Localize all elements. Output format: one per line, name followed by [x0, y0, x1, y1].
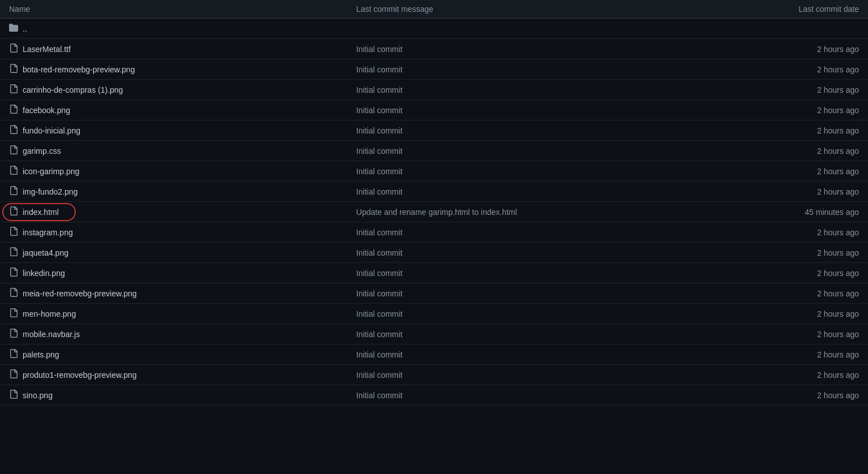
- file-link[interactable]: garimp.css: [23, 146, 61, 156]
- file-name-cell: garimp.css: [0, 141, 347, 161]
- table-row: men-home.png Initial commit 2 hours ago: [0, 304, 868, 324]
- file-name-cell: instagram.png: [0, 222, 347, 243]
- table-row: img-fundo2.png Initial commit 2 hours ag…: [0, 182, 868, 202]
- file-name-cell: jaqueta4.png: [0, 243, 347, 263]
- parent-dir-link[interactable]: ..: [23, 24, 27, 33]
- commit-date: 2 hours ago: [694, 344, 868, 365]
- file-icon: [9, 186, 18, 197]
- file-icon: [9, 206, 18, 217]
- file-icon: [9, 308, 18, 319]
- commit-date: 2 hours ago: [694, 283, 868, 304]
- commit-date: 2 hours ago: [694, 182, 868, 202]
- file-link[interactable]: instagram.png: [23, 228, 73, 237]
- commit-date: 2 hours ago: [694, 59, 868, 80]
- file-link[interactable]: mobile.navbar.js: [23, 330, 80, 339]
- commit-date: 45 minutes ago: [694, 202, 868, 222]
- file-name-cell: icon-garimp.png: [0, 161, 347, 182]
- commit-message: Initial commit: [347, 100, 695, 120]
- file-icon: [9, 125, 18, 136]
- commit-message: Initial commit: [347, 263, 695, 283]
- table-header-row: Name Last commit message Last commit dat…: [0, 0, 868, 19]
- file-link[interactable]: fundo-inicial.png: [23, 126, 80, 135]
- table-row: carrinho-de-compras (1).png Initial comm…: [0, 80, 868, 100]
- commit-message: Initial commit: [347, 344, 695, 365]
- table-row: linkedin.png Initial commit 2 hours ago: [0, 263, 868, 283]
- file-link[interactable]: index.html: [23, 208, 59, 217]
- file-icon: [9, 329, 18, 339]
- table-row: instagram.png Initial commit 2 hours ago: [0, 222, 868, 243]
- file-name-cell: index.html: [0, 202, 347, 222]
- commit-date: 2 hours ago: [694, 365, 868, 385]
- table-row: sino.png Initial commit 2 hours ago: [0, 385, 868, 406]
- file-name-cell: carrinho-de-compras (1).png: [0, 80, 347, 100]
- file-link[interactable]: jaqueta4.png: [23, 248, 68, 257]
- file-icon: [9, 247, 18, 258]
- commit-message: Initial commit: [347, 59, 695, 80]
- commit-message: Initial commit: [347, 182, 695, 202]
- column-name: Name: [0, 0, 347, 19]
- commit-date: 2 hours ago: [694, 80, 868, 100]
- file-icon: [9, 64, 18, 75]
- commit-message: Initial commit: [347, 80, 695, 100]
- table-row: jaqueta4.png Initial commit 2 hours ago: [0, 243, 868, 263]
- file-link[interactable]: img-fundo2.png: [23, 187, 78, 196]
- file-name-cell: meia-red-removebg-preview.png: [0, 283, 347, 304]
- file-name-cell: linkedin.png: [0, 263, 347, 283]
- file-icon: [9, 166, 18, 176]
- parent-dir-cell: ..: [0, 19, 868, 39]
- commit-date: 2 hours ago: [694, 324, 868, 344]
- file-name-cell: bota-red-removebg-preview.png: [0, 59, 347, 80]
- table-row: garimp.css Initial commit 2 hours ago: [0, 141, 868, 161]
- commit-date: 2 hours ago: [694, 243, 868, 263]
- column-commit-message: Last commit message: [347, 0, 695, 19]
- file-icon: [9, 369, 18, 380]
- file-icon: [9, 288, 18, 299]
- commit-message: Initial commit: [347, 39, 695, 59]
- commit-date: 2 hours ago: [694, 385, 868, 406]
- file-icon: [9, 390, 18, 400]
- file-icon: [9, 349, 18, 360]
- file-link[interactable]: bota-red-removebg-preview.png: [23, 65, 135, 74]
- commit-date: 2 hours ago: [694, 100, 868, 120]
- commit-date: 2 hours ago: [694, 141, 868, 161]
- commit-message: Initial commit: [347, 283, 695, 304]
- file-link[interactable]: meia-red-removebg-preview.png: [23, 289, 137, 298]
- file-link[interactable]: carrinho-de-compras (1).png: [23, 85, 123, 94]
- commit-message: Initial commit: [347, 304, 695, 324]
- table-row: produto1-removebg-preview.png Initial co…: [0, 365, 868, 385]
- file-link[interactable]: facebook.png: [23, 106, 70, 115]
- table-row: mobile.navbar.js Initial commit 2 hours …: [0, 324, 868, 344]
- commit-message: Initial commit: [347, 365, 695, 385]
- column-commit-date: Last commit date: [694, 0, 868, 19]
- commit-message: Initial commit: [347, 222, 695, 243]
- commit-date: 2 hours ago: [694, 120, 868, 141]
- file-name-cell: mobile.navbar.js: [0, 324, 347, 344]
- file-name-cell: produto1-removebg-preview.png: [0, 365, 347, 385]
- table-row: palets.png Initial commit 2 hours ago: [0, 344, 868, 365]
- file-icon: [9, 84, 18, 95]
- commit-message: Initial commit: [347, 324, 695, 344]
- table-row: fundo-inicial.png Initial commit 2 hours…: [0, 120, 868, 141]
- commit-message: Update and rename garimp.html to index.h…: [347, 202, 695, 222]
- file-link[interactable]: sino.png: [23, 391, 53, 400]
- file-link[interactable]: produto1-removebg-preview.png: [23, 370, 137, 380]
- file-link[interactable]: linkedin.png: [23, 269, 65, 278]
- file-icon: [9, 268, 18, 278]
- file-name-cell: LaserMetal.ttf: [0, 39, 347, 59]
- commit-date: 2 hours ago: [694, 39, 868, 59]
- table-row: icon-garimp.png Initial commit 2 hours a…: [0, 161, 868, 182]
- commit-message: Initial commit: [347, 385, 695, 406]
- file-link[interactable]: LaserMetal.ttf: [23, 45, 71, 54]
- folder-icon: [9, 23, 18, 34]
- commit-message: Initial commit: [347, 141, 695, 161]
- file-name-cell: palets.png: [0, 344, 347, 365]
- parent-dir-row: ..: [0, 19, 868, 39]
- file-list-table: Name Last commit message Last commit dat…: [0, 0, 868, 406]
- file-icon: [9, 227, 18, 238]
- commit-date: 2 hours ago: [694, 263, 868, 283]
- file-link[interactable]: icon-garimp.png: [23, 167, 79, 176]
- file-name-cell: sino.png: [0, 385, 347, 406]
- file-link[interactable]: men-home.png: [23, 309, 76, 318]
- file-link[interactable]: palets.png: [23, 350, 59, 359]
- file-name-cell: facebook.png: [0, 100, 347, 120]
